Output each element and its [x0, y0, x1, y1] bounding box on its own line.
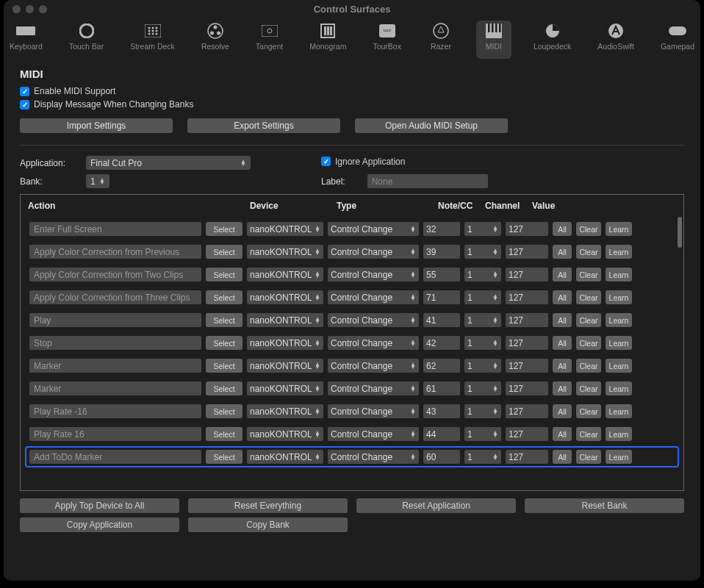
notecc-field[interactable]: 44 [423, 427, 460, 441]
type-select[interactable]: Control Change [328, 313, 419, 327]
type-select[interactable]: Control Change [328, 381, 419, 395]
minimize-icon[interactable] [26, 5, 34, 13]
learn-button[interactable]: Learn [606, 336, 632, 350]
learn-button[interactable]: Learn [606, 290, 632, 304]
zoom-icon[interactable] [39, 5, 47, 13]
channel-select[interactable]: 1 [464, 245, 501, 259]
device-select[interactable]: nanoKONTROL [247, 290, 323, 304]
channel-select[interactable]: 1 [464, 427, 501, 441]
toolbar-item-monogram[interactable]: Monogram [305, 21, 351, 59]
notecc-field[interactable]: 32 [423, 222, 460, 236]
toolbar-item-streamdeck[interactable]: Stream Deck [126, 21, 179, 59]
device-select[interactable]: nanoKONTROL [247, 313, 323, 327]
action-field[interactable]: Enter Full Screen [29, 222, 201, 236]
value-field[interactable]: 127 [506, 450, 548, 464]
table-row[interactable]: Apply Color Correction from PreviousSele… [25, 241, 679, 262]
channel-select[interactable]: 1 [464, 450, 501, 464]
close-icon[interactable] [12, 5, 21, 13]
apply-top-device-button[interactable]: Apply Top Device to All [20, 498, 179, 513]
type-select[interactable]: Control Change [328, 290, 419, 304]
device-select[interactable]: nanoKONTROL [247, 336, 323, 350]
toolbar-item-gamepad[interactable]: Gamepad [656, 21, 699, 59]
type-select[interactable]: Control Change [328, 427, 419, 441]
learn-button[interactable]: Learn [606, 427, 632, 441]
all-button[interactable]: All [553, 268, 572, 282]
select-button[interactable]: Select [206, 313, 243, 327]
all-button[interactable]: All [553, 427, 572, 441]
channel-select[interactable]: 1 [464, 381, 501, 395]
select-button[interactable]: Select [206, 268, 243, 282]
clear-button[interactable]: Clear [576, 313, 601, 327]
action-field[interactable]: Add ToDo Marker [29, 450, 201, 464]
notecc-field[interactable]: 43 [423, 404, 460, 418]
channel-select[interactable]: 1 [464, 336, 501, 350]
notecc-field[interactable]: 55 [423, 268, 460, 282]
bank-select[interactable]: 1 [86, 174, 109, 188]
learn-button[interactable]: Learn [606, 313, 632, 327]
table-row[interactable]: Apply Color Correction from Three ClipsS… [25, 287, 679, 308]
learn-button[interactable]: Learn [606, 450, 632, 464]
value-field[interactable]: 127 [506, 313, 548, 327]
reset-application-button[interactable]: Reset Application [356, 498, 516, 513]
reset-bank-button[interactable]: Reset Bank [525, 498, 684, 513]
table-row[interactable]: Add ToDo MarkerSelectnanoKONTROLControl … [25, 446, 679, 467]
clear-button[interactable]: Clear [576, 427, 601, 441]
value-field[interactable]: 127 [506, 245, 548, 259]
copy-bank-button[interactable]: Copy Bank [188, 517, 348, 532]
value-field[interactable]: 127 [506, 268, 548, 282]
channel-select[interactable]: 1 [464, 268, 501, 282]
display-message-checkbox[interactable]: ✓ [20, 100, 29, 110]
learn-button[interactable]: Learn [606, 359, 632, 373]
select-button[interactable]: Select [206, 381, 243, 395]
select-button[interactable]: Select [206, 359, 243, 373]
notecc-field[interactable]: 62 [423, 359, 460, 373]
action-field[interactable]: Play Rate 16 [29, 427, 201, 441]
value-field[interactable]: 127 [506, 222, 548, 236]
channel-select[interactable]: 1 [464, 290, 501, 304]
table-row[interactable]: MarkerSelectnanoKONTROLControl Change611… [25, 378, 679, 399]
select-button[interactable]: Select [206, 222, 243, 236]
table-row[interactable]: Enter Full ScreenSelectnanoKONTROLContro… [25, 218, 679, 240]
select-button[interactable]: Select [206, 427, 243, 441]
learn-button[interactable]: Learn [606, 381, 632, 395]
table-row[interactable]: StopSelectnanoKONTROLControl Change42112… [25, 332, 679, 354]
all-button[interactable]: All [553, 222, 572, 236]
copy-application-button[interactable]: Copy Application [20, 517, 179, 532]
select-button[interactable]: Select [206, 450, 243, 464]
reset-everything-button[interactable]: Reset Everything [188, 498, 348, 513]
export-settings-button[interactable]: Export Settings [187, 118, 340, 133]
type-select[interactable]: Control Change [328, 336, 419, 350]
channel-select[interactable]: 1 [464, 222, 501, 236]
select-button[interactable]: Select [206, 290, 243, 304]
action-field[interactable]: Apply Color Correction from Three Clips [29, 290, 201, 304]
all-button[interactable]: All [553, 313, 572, 327]
channel-select[interactable]: 1 [464, 404, 501, 418]
learn-button[interactable]: Learn [606, 404, 632, 418]
device-select[interactable]: nanoKONTROL [247, 222, 323, 236]
device-select[interactable]: nanoKONTROL [247, 268, 323, 282]
clear-button[interactable]: Clear [576, 404, 601, 418]
action-field[interactable]: Play Rate -16 [29, 404, 201, 418]
type-select[interactable]: Control Change [328, 222, 419, 236]
notecc-field[interactable]: 60 [423, 450, 460, 464]
device-select[interactable]: nanoKONTROL [247, 427, 323, 441]
device-select[interactable]: nanoKONTROL [247, 450, 323, 464]
action-field[interactable]: Apply Color Correction from Two Clips [29, 268, 201, 282]
toolbar-item-audioswift[interactable]: AudioSwift [593, 21, 639, 59]
value-field[interactable]: 127 [506, 290, 548, 304]
learn-button[interactable]: Learn [606, 222, 632, 236]
select-button[interactable]: Select [206, 404, 243, 418]
action-field[interactable]: Apply Color Correction from Previous [29, 245, 201, 259]
channel-select[interactable]: 1 [464, 359, 501, 373]
all-button[interactable]: All [553, 359, 572, 373]
toolbar-item-keyboard[interactable]: Keyboard [5, 21, 47, 59]
select-button[interactable]: Select [206, 336, 243, 350]
notecc-field[interactable]: 41 [423, 313, 460, 327]
all-button[interactable]: All [553, 404, 572, 418]
value-field[interactable]: 127 [506, 427, 548, 441]
clear-button[interactable]: Clear [576, 359, 601, 373]
table-row[interactable]: Play Rate 16SelectnanoKONTROLControl Cha… [25, 423, 679, 445]
table-row[interactable]: Play Rate -16SelectnanoKONTROLControl Ch… [25, 401, 679, 422]
type-select[interactable]: Control Change [328, 404, 419, 418]
clear-button[interactable]: Clear [576, 245, 601, 259]
